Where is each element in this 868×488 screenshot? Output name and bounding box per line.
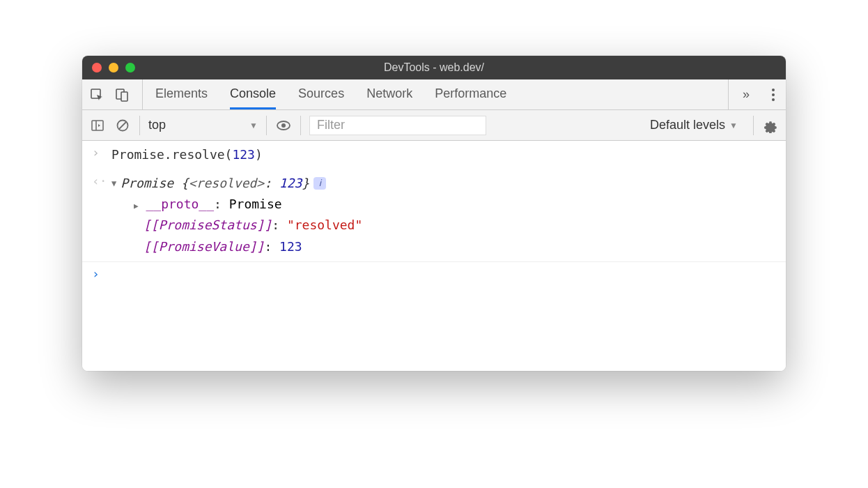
dropdown-icon: ▼ xyxy=(729,121,738,130)
console-input-row: › Promise.resolve(123) xyxy=(82,141,786,169)
log-levels-selector[interactable]: Default levels ▼ xyxy=(650,118,738,132)
tab-network[interactable]: Network xyxy=(366,79,412,109)
expand-toggle-icon[interactable]: ▶ xyxy=(134,201,139,211)
tab-sources[interactable]: Sources xyxy=(298,79,344,109)
console-filterbar: top ▼ Default levels ▼ xyxy=(82,110,786,141)
titlebar: DevTools - web.dev/ xyxy=(82,56,786,79)
console-output-code: ▼ Promise {<resolved>: 123} i ▶ __proto_… xyxy=(111,174,776,258)
console-settings-icon[interactable] xyxy=(762,117,779,134)
devtools-window: DevTools - web.dev/ Elements Console Sou… xyxy=(82,56,786,371)
svg-rect-2 xyxy=(121,92,127,101)
toggle-sidebar-icon[interactable] xyxy=(89,117,106,134)
tab-console[interactable]: Console xyxy=(230,79,276,109)
inspect-element-icon[interactable] xyxy=(89,87,104,102)
promise-status-row: [[PromiseStatus]]: "resolved" xyxy=(134,215,776,236)
main-toolbar: Elements Console Sources Network Perform… xyxy=(82,79,786,110)
minimize-window-button[interactable] xyxy=(109,63,118,73)
proto-row[interactable]: ▶ __proto__: Promise xyxy=(134,194,776,215)
console-input-code: Promise.resolve(123) xyxy=(111,145,776,165)
more-tabs-icon[interactable]: » xyxy=(736,87,754,102)
close-window-button[interactable] xyxy=(92,63,102,73)
clear-console-icon[interactable] xyxy=(114,117,131,134)
device-toolbar-icon[interactable] xyxy=(114,87,130,102)
filter-input[interactable] xyxy=(309,116,486,135)
panel-tabs: Elements Console Sources Network Perform… xyxy=(143,79,728,109)
svg-rect-3 xyxy=(92,121,103,130)
output-marker-icon: ‹· xyxy=(92,174,104,188)
promise-value-row: [[PromiseValue]]: 123 xyxy=(134,236,776,258)
live-expression-icon[interactable] xyxy=(275,117,292,134)
tab-elements[interactable]: Elements xyxy=(155,79,208,109)
console-output-row: ‹· ▼ Promise {<resolved>: 123} i ▶ __pro… xyxy=(82,169,786,262)
console-prompt-row[interactable]: › xyxy=(82,261,786,285)
tab-performance[interactable]: Performance xyxy=(435,79,506,109)
levels-label: Default levels xyxy=(650,118,725,132)
expand-toggle-icon[interactable]: ▼ xyxy=(111,177,116,190)
svg-line-6 xyxy=(119,122,126,129)
maximize-window-button[interactable] xyxy=(125,63,135,73)
console-body: › Promise.resolve(123) ‹· ▼ Promise {<re… xyxy=(82,141,786,371)
context-selector[interactable]: top ▼ xyxy=(148,118,258,132)
context-label: top xyxy=(148,118,166,132)
window-title: DevTools - web.dev/ xyxy=(384,61,484,74)
settings-menu-icon[interactable] xyxy=(768,89,779,101)
input-marker-icon: › xyxy=(92,145,104,160)
dropdown-icon: ▼ xyxy=(249,121,258,130)
info-icon[interactable]: i xyxy=(313,177,326,190)
traffic-lights xyxy=(92,63,135,73)
prompt-marker-icon: › xyxy=(92,266,104,281)
svg-point-8 xyxy=(281,123,286,128)
